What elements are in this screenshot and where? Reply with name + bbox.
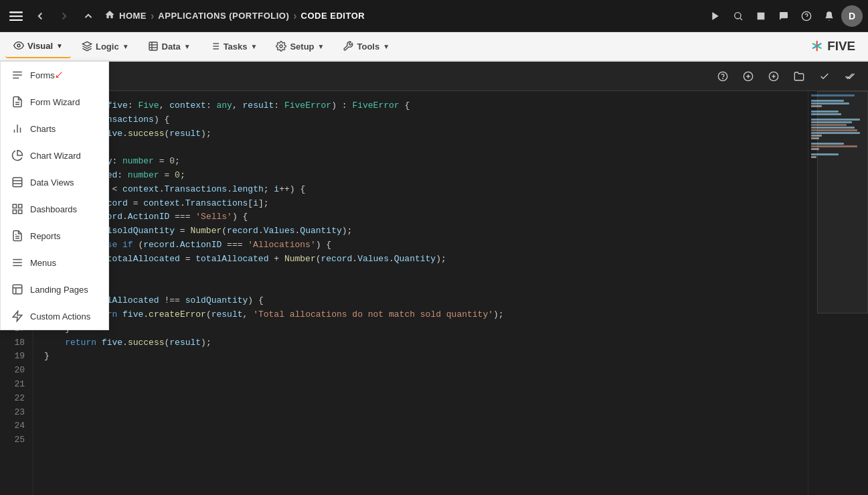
avatar[interactable]: D [841, 5, 863, 27]
svg-rect-46 [13, 285, 22, 294]
svg-rect-0 [9, 11, 23, 13]
dropdown-item-data-views[interactable]: Data Views [1, 169, 108, 196]
up-icon[interactable] [78, 5, 99, 27]
dropdown-arrow-visual: ▼ [56, 42, 63, 50]
nav-label-data: Data [162, 42, 181, 52]
home-icon [104, 9, 115, 22]
code-editor-label[interactable]: CODE EDITOR [301, 11, 365, 21]
dropdown-item-reports[interactable]: Reports [1, 222, 108, 249]
dropdown-label-chart-wizard: Chart Wizard [30, 151, 81, 161]
dropdown-arrow-data: ▼ [184, 43, 191, 50]
dropdown-arrow-tools: ▼ [383, 43, 389, 50]
code-line-19: if (totalAllocated !== soldQuantity) { [44, 294, 797, 308]
main-content: 1 2 3 4 5 6 7 8 9 10 11 12 13 14 15 16 1… [0, 62, 868, 495]
svg-rect-37 [19, 204, 22, 208]
dropdown-item-form-wizard[interactable]: Form Wizard [1, 88, 108, 115]
applications-label[interactable]: APPLICATIONS (PORTFOLIO) [158, 11, 289, 21]
dropdown-item-landing-pages[interactable]: Landing Pages [1, 276, 108, 303]
code-line-13: lsoldQuantity = Number(record.Values.Qua… [44, 224, 797, 238]
svg-rect-33 [13, 178, 22, 187]
code-line-8: lAllocated: number = 0; [44, 169, 797, 183]
double-check-tool-btn[interactable] [840, 66, 860, 86]
code-line-14: } else if (record.ActionID === 'Allocati… [44, 238, 797, 253]
nav-item-visual[interactable]: Visual ▼ [5, 34, 71, 58]
nav-bar: Visual ▼ Logic ▼ Data ▼ Tasks ▼ Setup ▼ … [0, 32, 868, 62]
nav-label-logic: Logic [96, 42, 119, 52]
nav-item-data[interactable]: Data ▼ [140, 34, 199, 58]
top-bar: HOME › APPLICATIONS (PORTFOLIO) › CODE E… [0, 0, 868, 32]
dropdown-item-menus[interactable]: Menus [1, 249, 108, 276]
chat-button[interactable] [773, 5, 794, 27]
nav-label-tasks: Tasks [224, 42, 248, 52]
dropdown-label-reports: Reports [30, 231, 61, 241]
add-tool-btn[interactable] [764, 66, 784, 86]
dropdown-item-chart-wizard[interactable]: Chart Wizard [1, 142, 108, 169]
svg-rect-10 [149, 42, 157, 50]
code-line-4: rn five.success(result); [44, 127, 797, 141]
visual-dropdown: Forms Form Wizard Charts Chart Wizard Da… [0, 62, 109, 330]
help-button[interactable] [796, 5, 817, 27]
folder-tool-btn[interactable] [789, 66, 809, 86]
code-line-3: text.Transactions) { [44, 113, 797, 127]
code-editor[interactable]: 1 2 3 4 5 6 7 8 9 10 11 12 13 14 15 16 1… [0, 62, 868, 495]
code-line-20: return five.createError(result, 'Total a… [44, 308, 797, 322]
dropdown-arrow-tasks: ▼ [251, 43, 258, 50]
nav-item-setup[interactable]: Setup ▼ [268, 34, 332, 58]
dropdown-label-data-views: Data Views [30, 178, 74, 188]
code-line-24: } [44, 350, 797, 364]
dropdown-label-charts: Charts [30, 124, 56, 134]
home-label[interactable]: HOME [119, 11, 147, 21]
dropdown-item-dashboards[interactable]: Dashboards [1, 196, 108, 222]
notifications-button[interactable] [818, 5, 840, 27]
breadcrumb: HOME › APPLICATIONS (PORTFOLIO) › CODE E… [104, 9, 702, 22]
svg-text:FIVE: FIVE [827, 39, 855, 53]
arrow-indicator: ↑ [55, 69, 62, 83]
code-line-5: } [44, 141, 797, 155]
editor-toolbar [0, 62, 868, 91]
code-line-23: return five.success(result); [44, 336, 797, 350]
sep1: › [151, 10, 154, 22]
dropdown-label-menus: Menus [30, 258, 56, 268]
svg-rect-39 [13, 210, 16, 214]
svg-marker-3 [712, 12, 718, 20]
hamburger-icon[interactable] [5, 5, 27, 27]
svg-point-20 [280, 45, 282, 48]
help-tool-btn[interactable] [713, 66, 733, 86]
svg-marker-47 [13, 311, 22, 322]
nav-item-logic[interactable]: Logic ▼ [74, 34, 137, 58]
check-tool-btn[interactable] [814, 66, 835, 86]
top-bar-right: D [705, 5, 863, 27]
nav-item-tools[interactable]: Tools ▼ [335, 34, 398, 58]
dropdown-label-dashboards: Dashboards [30, 204, 77, 214]
dropdown-menu: Forms Form Wizard Charts Chart Wizard Da… [0, 62, 109, 330]
nav-label-setup: Setup [290, 42, 314, 52]
dropdown-label-form-wizard: Form Wizard [30, 97, 80, 107]
svg-point-49 [723, 78, 723, 79]
forward-icon[interactable] [54, 5, 75, 27]
code-line-21: } [44, 322, 797, 336]
code-line-11: t record = context.Transactions[i]; [44, 197, 797, 211]
code-line-7: tQuantity: number = 0; [44, 155, 797, 169]
back-icon[interactable] [29, 5, 51, 27]
nav-item-tasks[interactable]: Tasks ▼ [201, 34, 266, 58]
nav-label-visual: Visual [27, 41, 53, 51]
code-line-12: (record.ActionID === 'Sells') { [44, 210, 797, 224]
stop-button[interactable] [750, 5, 772, 27]
dropdown-item-custom-actions[interactable]: Custom Actions [1, 303, 108, 330]
code-line-10: i = 0; i < context.Transactions.length; … [44, 183, 797, 197]
svg-point-4 [735, 12, 741, 18]
dropdown-arrow-setup: ▼ [318, 43, 325, 50]
dropdown-item-charts[interactable]: Charts [1, 115, 108, 142]
code-content[interactable]: ckValidSell(five: Five, context: any, re… [33, 91, 808, 495]
svg-rect-1 [9, 15, 23, 17]
sep2: › [293, 10, 296, 22]
svg-rect-36 [13, 204, 16, 208]
svg-rect-6 [758, 12, 765, 19]
code-area[interactable]: 1 2 3 4 5 6 7 8 9 10 11 12 13 14 15 16 1… [0, 91, 868, 495]
search-button[interactable] [727, 5, 749, 27]
ai-tool-btn[interactable] [738, 66, 758, 86]
minimap [808, 91, 868, 495]
play-button[interactable] [705, 5, 726, 27]
svg-rect-2 [9, 19, 23, 21]
code-line-17: } [44, 280, 797, 294]
